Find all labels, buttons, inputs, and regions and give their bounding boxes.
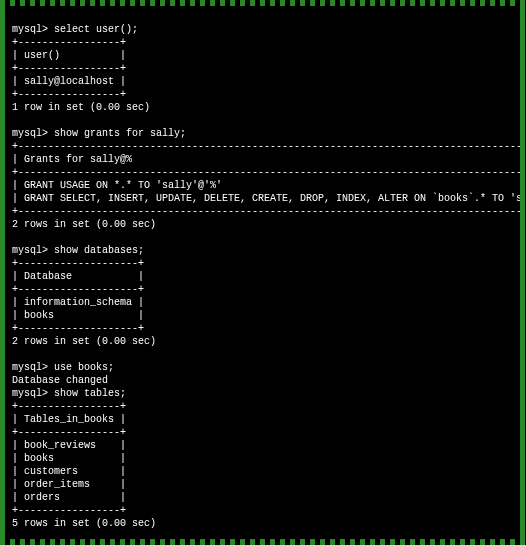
result-text: 1 row in set (0.00 sec) — [12, 102, 150, 113]
table-row: | GRANT SELECT, INSERT, UPDATE, DELETE, … — [12, 193, 520, 204]
table-row: | sally@localhost | — [12, 76, 126, 87]
prompt-line: mysql> show grants for sally; — [12, 128, 186, 139]
table-border: +-----------------+ — [12, 89, 126, 100]
blank-line — [12, 232, 18, 243]
mysql-prompt: mysql> — [12, 24, 48, 35]
table-header: | Grants for sally@% | — [12, 154, 520, 165]
table-border: +-----------------+ — [12, 37, 126, 48]
table-border: +--------------------+ — [12, 284, 144, 295]
table-row: | information_schema | — [12, 297, 144, 308]
mysql-terminal: mysql> select user(); +-----------------… — [6, 6, 520, 539]
prompt-line: mysql> use books; — [12, 362, 114, 373]
table-border: +---------------------------------------… — [12, 167, 520, 178]
response-text: Database changed — [12, 375, 108, 386]
prompt-line: mysql> select user(); — [12, 24, 138, 35]
mysql-prompt: mysql> — [12, 245, 48, 256]
table-row: | GRANT USAGE ON *.* TO 'sally'@'%' | — [12, 180, 520, 191]
table-header: | user() | — [12, 50, 126, 61]
table-row: | book_reviews | — [12, 440, 126, 451]
result-text: 5 rows in set (0.00 sec) — [12, 518, 156, 529]
table-row: | books | — [12, 310, 144, 321]
table-border: +---------------------------------------… — [12, 141, 520, 152]
blank-line — [12, 115, 18, 126]
command-text: show tables; — [54, 388, 126, 399]
result-text: 2 rows in set (0.00 sec) — [12, 219, 156, 230]
command-text: show databases; — [54, 245, 144, 256]
table-border: +-----------------+ — [12, 401, 126, 412]
table-border: +--------------------+ — [12, 323, 144, 334]
table-border: +--------------------+ — [12, 258, 144, 269]
command-text: use books; — [54, 362, 114, 373]
prompt-line: mysql> show databases; — [12, 245, 144, 256]
blank-line — [12, 531, 18, 539]
table-row: | orders | — [12, 492, 126, 503]
blank-line — [12, 349, 18, 360]
mysql-prompt: mysql> — [12, 362, 48, 373]
table-border: +---------------------------------------… — [12, 206, 520, 217]
command-text: select user(); — [54, 24, 138, 35]
mysql-prompt: mysql> — [12, 128, 48, 139]
table-border: +-----------------+ — [12, 505, 126, 516]
table-header: | Tables_in_books | — [12, 414, 126, 425]
table-border: +-----------------+ — [12, 63, 126, 74]
command-text: show grants for sally; — [54, 128, 186, 139]
mysql-prompt: mysql> — [12, 388, 48, 399]
table-header: | Database | — [12, 271, 144, 282]
table-row: | order_items | — [12, 479, 126, 490]
table-row: | books | — [12, 453, 126, 464]
result-text: 2 rows in set (0.00 sec) — [12, 336, 156, 347]
table-row: | customers | — [12, 466, 126, 477]
prompt-line: mysql> show tables; — [12, 388, 126, 399]
table-border: +-----------------+ — [12, 427, 126, 438]
